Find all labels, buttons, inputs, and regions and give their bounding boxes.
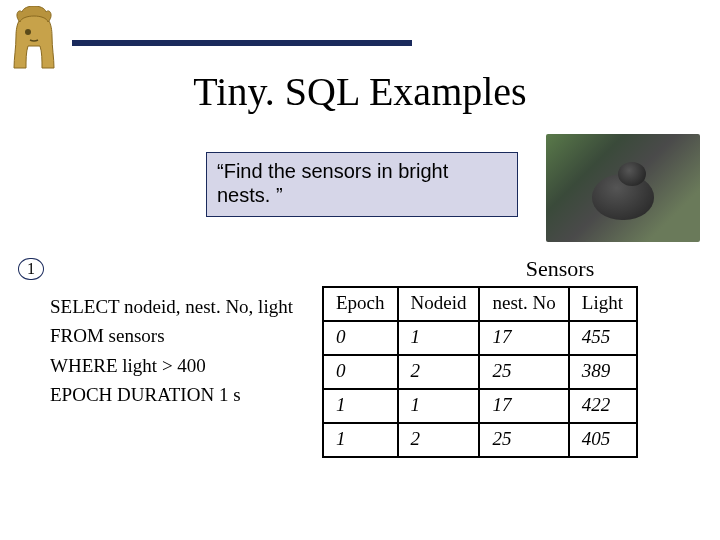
query-description-box: “Find the sensors in bright nests. ”	[206, 152, 518, 217]
cell: 2	[398, 355, 480, 389]
cell: 17	[479, 321, 568, 355]
cell: 455	[569, 321, 637, 355]
cell: 0	[323, 355, 398, 389]
example-number-badge: 1	[18, 258, 44, 280]
cell: 1	[323, 423, 398, 457]
slide-title: Tiny. SQL Examples	[0, 68, 720, 115]
table-row: 0 2 25 389	[323, 355, 637, 389]
sql-query-block: SELECT nodeid, nest. No, light FROM sens…	[50, 292, 293, 410]
query-line-from: FROM sensors	[50, 321, 293, 350]
query-line-where: WHERE light > 400	[50, 351, 293, 380]
sensors-table-title: Sensors	[430, 256, 690, 282]
helmet-logo-icon	[6, 6, 62, 76]
cell: 1	[323, 389, 398, 423]
cell: 17	[479, 389, 568, 423]
cell: 25	[479, 355, 568, 389]
table-header-row: Epoch Nodeid nest. No Light	[323, 287, 637, 321]
col-nestno: nest. No	[479, 287, 568, 321]
cell: 1	[398, 321, 480, 355]
table-row: 1 1 17 422	[323, 389, 637, 423]
col-nodeid: Nodeid	[398, 287, 480, 321]
query-description-text: “Find the sensors in bright nests. ”	[217, 160, 448, 206]
table-row: 1 2 25 405	[323, 423, 637, 457]
title-rule	[72, 40, 412, 46]
query-line-select: SELECT nodeid, nest. No, light	[50, 292, 293, 321]
cell: 389	[569, 355, 637, 389]
svg-point-0	[25, 29, 31, 35]
query-line-epoch: EPOCH DURATION 1 s	[50, 380, 293, 409]
table-row: 0 1 17 455	[323, 321, 637, 355]
sensors-table: Epoch Nodeid nest. No Light 0 1 17 455 0…	[322, 286, 638, 458]
cell: 25	[479, 423, 568, 457]
col-light: Light	[569, 287, 637, 321]
cell: 422	[569, 389, 637, 423]
cell: 0	[323, 321, 398, 355]
col-epoch: Epoch	[323, 287, 398, 321]
cell: 405	[569, 423, 637, 457]
bird-photo	[546, 134, 700, 242]
cell: 2	[398, 423, 480, 457]
cell: 1	[398, 389, 480, 423]
